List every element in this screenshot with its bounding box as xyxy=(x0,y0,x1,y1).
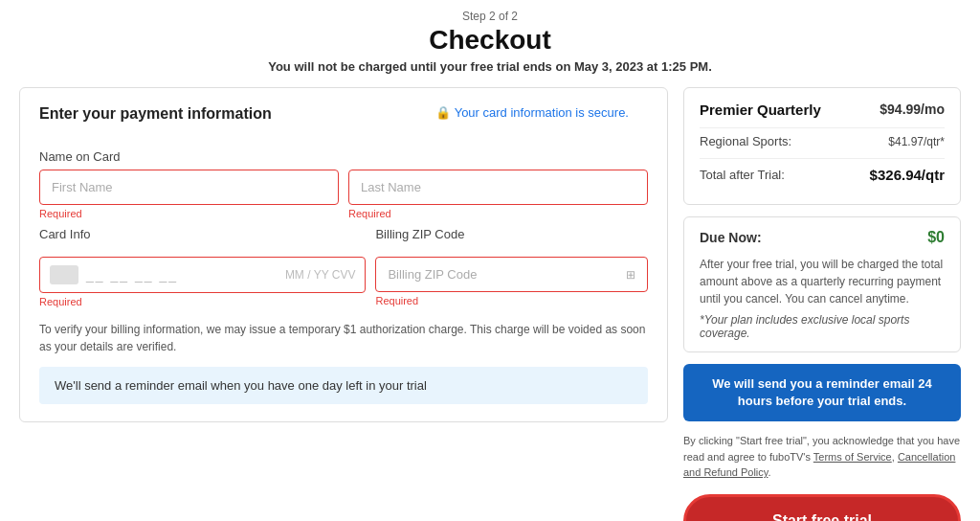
card-info-section: __ __ __ __ MM / YY CVV Required xyxy=(39,257,366,307)
plan-box: Premier Quarterly $94.99/mo Regional Spo… xyxy=(683,87,961,205)
lock-icon: 🔒 xyxy=(435,105,451,120)
reminder-text: We'll send a reminder email when you hav… xyxy=(55,378,427,393)
page-wrapper: Step 2 of 2 Checkout You will not be cha… xyxy=(0,0,980,521)
plan-name: Premier Quarterly xyxy=(700,102,821,118)
card-fields-label-row: Card Info Billing ZIP Code xyxy=(39,227,648,247)
due-row: Due Now: $0 xyxy=(700,229,945,246)
reminder-blue-box: We will send you a reminder email 24 hou… xyxy=(683,364,961,421)
reminder-box: We'll send a reminder email when you hav… xyxy=(39,367,648,404)
name-row: Required Required xyxy=(39,170,648,219)
first-name-required: Required xyxy=(39,208,339,219)
start-trial-button[interactable]: Start free trial xyxy=(683,494,961,521)
location-icon: ⊞ xyxy=(626,268,635,282)
card-number-placeholder: __ __ __ __ xyxy=(86,267,278,283)
page-title: Checkout xyxy=(19,25,961,56)
plan-price: $94.99/mo xyxy=(880,102,945,117)
reminder-blue-text: We will send you a reminder email 24 hou… xyxy=(712,376,932,408)
due-now-value: $0 xyxy=(927,229,945,246)
billing-zip-label: Billing ZIP Code xyxy=(375,227,648,241)
due-now-box: Due Now: $0 After your free trial, you w… xyxy=(683,216,961,352)
card-meta: MM / YY CVV xyxy=(285,268,356,282)
sports-coverage-note: *Your plan includes exclusive local spor… xyxy=(700,313,945,340)
payment-panel: Enter your payment information 🔒 Your ca… xyxy=(19,87,668,422)
total-label: Total after Trial: xyxy=(700,168,785,182)
plan-header: Premier Quarterly $94.99/mo xyxy=(700,102,945,118)
name-on-card-label: Name on Card xyxy=(39,149,648,164)
due-now-label: Due Now: xyxy=(700,230,762,245)
auth-note: To verify your billing information, we m… xyxy=(39,321,648,355)
regional-sports-row: Regional Sports: $41.97/qtr* xyxy=(700,127,945,154)
due-note: After your free trial, you will be charg… xyxy=(700,256,945,307)
panel-title: Enter your payment information xyxy=(39,105,272,123)
panel-header: Enter your payment information 🔒 Your ca… xyxy=(39,105,648,136)
regional-sports-value: $41.97/qtr* xyxy=(888,135,945,148)
terms-period: . xyxy=(768,466,770,478)
card-required: Required xyxy=(39,296,366,307)
secure-badge: 🔒 Your card information is secure. xyxy=(435,105,629,120)
last-name-input[interactable] xyxy=(348,170,648,205)
last-name-required: Required xyxy=(348,208,648,219)
right-panel: Premier Quarterly $94.99/mo Regional Spo… xyxy=(683,87,961,521)
terms-of-service-link[interactable]: Terms of Service xyxy=(813,451,892,463)
total-value: $326.94/qtr xyxy=(870,167,945,183)
zip-placeholder: Billing ZIP Code xyxy=(388,267,477,282)
main-content: Enter your payment information 🔒 Your ca… xyxy=(19,87,961,521)
card-icon xyxy=(50,265,78,284)
terms-text: By clicking "Start free trial", you ackn… xyxy=(683,433,961,481)
card-billing-row: __ __ __ __ MM / YY CVV Required Billing… xyxy=(39,257,648,307)
secure-text: Your card information is secure. xyxy=(455,105,629,120)
card-info-label: Card Info xyxy=(39,227,366,241)
step-label: Step 2 of 2 xyxy=(19,10,961,23)
billing-zip-section: Billing ZIP Code ⊞ Required xyxy=(375,257,648,307)
last-name-field: Required xyxy=(348,170,648,219)
total-after-trial-row: Total after Trial: $326.94/qtr xyxy=(700,158,945,191)
regional-sports-label: Regional Sports: xyxy=(700,134,791,148)
card-input[interactable]: __ __ __ __ MM / YY CVV xyxy=(39,257,366,293)
first-name-input[interactable] xyxy=(39,170,339,205)
zip-input[interactable]: Billing ZIP Code ⊞ xyxy=(375,257,648,292)
page-subtitle: You will not be charged until your free … xyxy=(19,59,961,74)
first-name-field: Required xyxy=(39,170,339,219)
zip-required: Required xyxy=(375,295,648,306)
